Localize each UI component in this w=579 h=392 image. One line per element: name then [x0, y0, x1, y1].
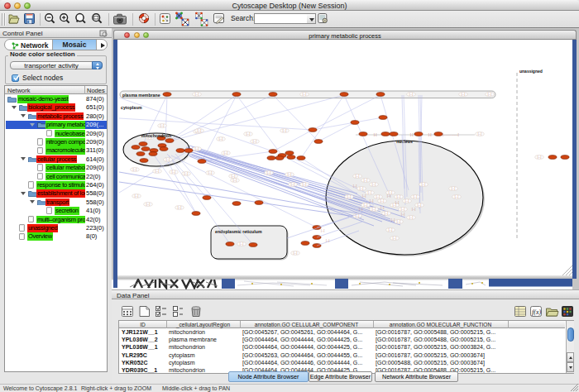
svg-text:[..]: [..] [428, 133, 432, 136]
svg-text:[....]: [....] [362, 194, 366, 198]
svg-text:[....]: [....] [370, 199, 374, 203]
svg-text:cytoplasm: cytoplasm [121, 105, 142, 110]
svg-text:[....]: [....] [359, 208, 363, 211]
svg-text:plasma membrane: plasma membrane [122, 93, 160, 98]
svg-text:[....]: [....] [326, 239, 330, 242]
svg-text:[....]: [....] [387, 194, 391, 198]
svg-text:f(x): f(x) [532, 308, 541, 316]
svg-text:[....]: [....] [391, 218, 395, 222]
svg-text:[....]: [....] [321, 229, 325, 232]
svg-text:[....]: [....] [353, 184, 357, 188]
svg-text:[..]: [..] [374, 133, 377, 136]
svg-text:unassigned: unassigned [519, 69, 543, 74]
svg-text:[....]: [....] [412, 208, 416, 211]
svg-text:[....]: [....] [380, 206, 385, 209]
svg-text:nucleus: nucleus [396, 139, 413, 144]
svg-text:mitochondrion: mitochondrion [141, 133, 171, 138]
svg-text:[....]: [....] [401, 213, 405, 216]
svg-text:[.......................]: [.......................] [443, 133, 459, 136]
svg-text:[..]: [..] [410, 133, 414, 136]
svg-text:[....]: [....] [395, 201, 400, 204]
